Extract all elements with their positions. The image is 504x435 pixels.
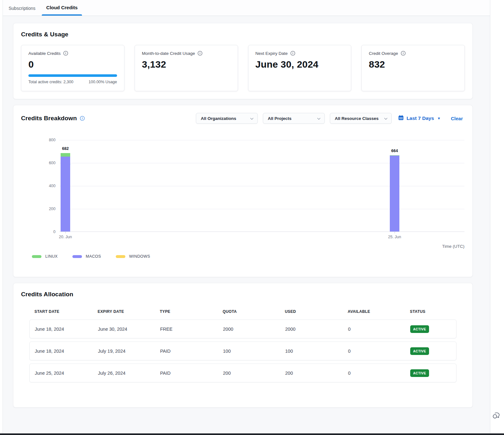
date-range-picker[interactable]: Last 7 Days ▼ (398, 115, 441, 122)
tab-subscriptions[interactable]: Subscriptions (7, 1, 37, 16)
organizations-filter[interactable]: All Organizations (196, 113, 258, 124)
col-used: USED (285, 309, 348, 314)
cell-used: 100 (285, 349, 348, 354)
legend-windows-label: WINDOWS (129, 254, 150, 259)
legend-linux[interactable]: LINUX (32, 254, 58, 259)
credits-usage-title: Credits & Usage (21, 31, 465, 38)
cell-quota: 100 (223, 349, 285, 354)
cell-type: PAID (160, 349, 223, 354)
info-icon[interactable] (290, 51, 295, 56)
table-row[interactable]: June 18, 2024 July 19, 2024 PAID 100 100… (29, 342, 456, 360)
y-tick: 200 (36, 207, 56, 211)
y-tick: 800 (36, 138, 56, 142)
cell-type: FREE (160, 327, 223, 332)
credits-usage-panel: Credits & Usage Available Credits 0 Tota… (13, 23, 473, 99)
next-expiry-value: June 30, 2024 (256, 59, 344, 70)
y-tick: 400 (36, 184, 56, 188)
chart-plot-area: Credit Usage 800 600 400 200 0 (59, 140, 464, 232)
cell-type: PAID (160, 371, 223, 376)
x-tick-label: 25. Jun (383, 235, 406, 239)
support-chat-button[interactable] (491, 411, 501, 422)
tab-cloud-credits[interactable]: Cloud Credits (45, 0, 79, 16)
organizations-filter-value: All Organizations (201, 116, 236, 121)
status-badge: ACTIVE (410, 325, 429, 333)
chevron-down-icon (250, 116, 254, 121)
credits-progress-bar (28, 74, 117, 77)
next-expiry-label: Next Expiry Date (256, 51, 288, 56)
cell-start-date: June 18, 2024 (35, 349, 98, 354)
mtd-usage-value: 3,132 (142, 59, 231, 70)
y-tick: 0 (36, 230, 56, 234)
status-badge: ACTIVE (410, 369, 429, 377)
app-window: Subscriptions Cloud Credits Credits & Us… (3, 0, 490, 435)
date-range-value: Last 7 Days (406, 115, 434, 121)
cell-quota: 2000 (223, 327, 285, 332)
col-expiry-date: EXPIRY DATE (98, 309, 160, 314)
credit-usage-chart: Credit Usage 800 600 400 200 0 (21, 140, 465, 259)
macos-swatch (72, 255, 82, 258)
cell-start-date: June 18, 2024 (35, 327, 98, 332)
y-tick: 600 (36, 161, 56, 165)
linux-swatch (32, 255, 41, 258)
allocation-table-header: START DATE EXPIRY DATE TYPE QUOTA USED A… (29, 309, 456, 320)
bar-value-label: 664 (385, 149, 404, 153)
mtd-usage-card: Month-to-date Credit Usage 3,132 (135, 45, 238, 91)
resource-classes-filter[interactable]: All Resource Classes (330, 113, 392, 124)
legend-macos-label: MACOS (86, 254, 101, 259)
info-icon[interactable] (401, 51, 406, 56)
col-status: STATUS (410, 309, 456, 314)
cell-expiry-date: June 30, 2024 (98, 327, 160, 332)
allocation-table: START DATE EXPIRY DATE TYPE QUOTA USED A… (29, 309, 456, 382)
mtd-usage-label: Month-to-date Credit Usage (142, 51, 195, 56)
available-credits-label: Available Credits (28, 51, 61, 56)
status-badge: ACTIVE (410, 347, 429, 355)
bar-segment-macos (390, 156, 399, 232)
total-active-credits: Total active credits: 2,300 (28, 80, 73, 84)
clear-filters-button[interactable]: Clear (451, 116, 463, 121)
cell-available: 0 (348, 371, 410, 376)
bar-segment-macos (61, 157, 70, 232)
bar-segment-linux (61, 153, 70, 156)
chat-bubbles-icon (491, 411, 501, 420)
credits-breakdown-title: Credits Breakdown (21, 115, 77, 122)
next-expiry-card: Next Expiry Date June 30, 2024 (248, 45, 352, 91)
bar-25-jun[interactable] (390, 155, 399, 232)
legend-windows[interactable]: WINDOWS (116, 254, 150, 259)
resource-classes-filter-value: All Resource Classes (335, 116, 378, 121)
col-available: AVAILABLE (348, 309, 410, 314)
chevron-down-icon (384, 116, 388, 121)
col-type: TYPE (160, 309, 223, 314)
credits-allocation-title: Credits Allocation (21, 291, 465, 298)
credits-allocation-panel: Credits Allocation START DATE EXPIRY DAT… (13, 283, 473, 408)
info-icon[interactable] (63, 51, 68, 56)
windows-swatch (116, 255, 125, 258)
legend-linux-label: LINUX (45, 254, 58, 259)
tab-bar: Subscriptions Cloud Credits (3, 0, 490, 16)
projects-filter[interactable]: All Projects (263, 113, 325, 124)
col-start-date: START DATE (34, 309, 98, 314)
legend-macos[interactable]: MACOS (72, 254, 101, 259)
cell-quota: 200 (223, 371, 285, 376)
credit-overage-label: Credit Overage (369, 51, 398, 56)
credits-breakdown-panel: Credits Breakdown All Organizations All … (13, 105, 473, 277)
cell-expiry-date: July 26, 2024 (98, 371, 160, 376)
info-icon[interactable] (80, 116, 85, 121)
window-bottom-edge (0, 433, 504, 435)
projects-filter-value: All Projects (268, 116, 291, 121)
usage-percent: 100.00% Usage (89, 80, 117, 84)
cell-used: 2000 (285, 327, 348, 332)
table-row[interactable]: June 18, 2024 June 30, 2024 FREE 2000 20… (29, 320, 456, 338)
info-icon[interactable] (197, 51, 203, 56)
bar-20-jun[interactable] (61, 153, 70, 232)
available-credits-card: Available Credits 0 Total active credits… (21, 45, 124, 91)
col-quota: QUOTA (223, 309, 285, 314)
caret-down-icon: ▼ (437, 116, 441, 120)
cell-available: 0 (348, 327, 410, 332)
page-content: Credits & Usage Available Credits 0 Tota… (3, 16, 490, 408)
right-margin (490, 0, 504, 435)
chart-legend: LINUX MACOS WINDOWS (32, 254, 150, 259)
available-credits-value: 0 (28, 59, 117, 70)
table-row[interactable]: June 25, 2024 July 26, 2024 PAID 200 200… (29, 364, 456, 382)
bar-value-label: 682 (56, 146, 75, 151)
stat-card-row: Available Credits 0 Total active credits… (21, 45, 465, 91)
